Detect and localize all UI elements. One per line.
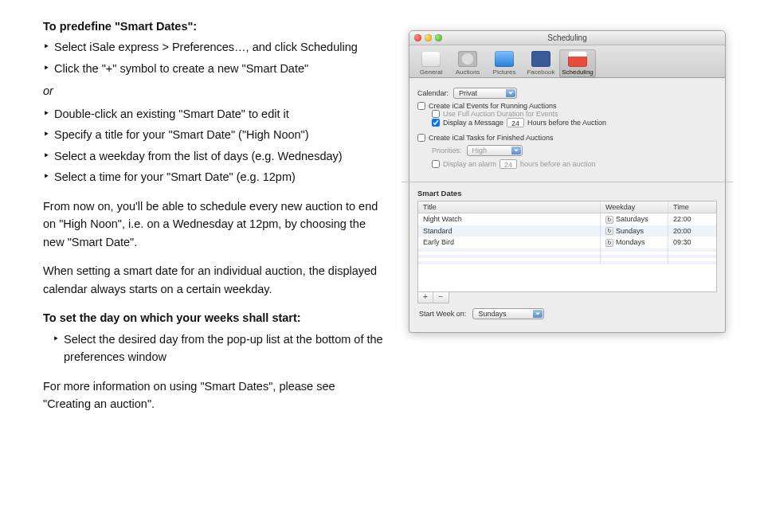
heading-predefine: To predefine "Smart Dates": (43, 18, 386, 35)
prefs-toolbar: General Auctions Pictures Facebook Sched… (409, 45, 725, 78)
tab-scheduling[interactable]: Scheduling (559, 49, 596, 77)
or-text: or (43, 82, 386, 100)
create-ical-events-checkbox[interactable]: Create iCal Events for Running Auctions (417, 102, 717, 110)
step: Double-click an existing "Smart Date" to… (43, 105, 386, 123)
step: Select a weekday from the list of days (… (43, 147, 386, 165)
minimize-button[interactable] (425, 34, 432, 41)
paragraph: For more information on using "Smart Dat… (43, 377, 386, 413)
table-row[interactable]: Early Bird ↻Mondays 09:30 (418, 237, 716, 248)
step: Specify a title for your "Smart Date" ("… (43, 126, 386, 143)
smart-dates-table: Title Weekday Time Night Watch ↻Saturday… (417, 201, 717, 292)
calendar-select[interactable]: Privat (453, 88, 517, 99)
add-button[interactable]: + (418, 292, 433, 303)
facebook-icon (531, 51, 550, 67)
display-message-checkbox[interactable]: Display a Message 24 Hours before the Au… (432, 118, 717, 127)
full-duration-checkbox[interactable]: Use Full Auction Duration for Events (432, 110, 717, 118)
repeat-icon: ↻ (605, 239, 613, 247)
repeat-icon: ↻ (605, 216, 613, 224)
priorities-select[interactable]: High (467, 145, 523, 156)
window-title: Scheduling (547, 33, 586, 42)
alarm-hours-input[interactable]: 24 (499, 159, 517, 169)
step: Select a time for your "Smart Date" (e.g… (43, 168, 386, 186)
start-week-select[interactable]: Sundays (472, 308, 544, 319)
step: Select the desired day from the pop-up l… (43, 331, 386, 366)
tab-pictures[interactable]: Pictures (486, 49, 523, 77)
scheduling-icon (568, 51, 587, 67)
auctions-icon (458, 51, 477, 67)
document-instructions: To predefine "Smart Dates": Select iSale… (43, 18, 386, 424)
pictures-icon (495, 51, 514, 67)
table-row[interactable] (418, 261, 716, 264)
titlebar: Scheduling (409, 31, 725, 45)
step: Click the "+" symbol to create a new "Sm… (43, 60, 386, 77)
close-button[interactable] (414, 34, 421, 41)
heading-startweek: To set the day on which your weeks shall… (43, 309, 386, 327)
general-icon (421, 51, 441, 67)
remove-button[interactable]: − (433, 292, 449, 303)
tab-facebook[interactable]: Facebook (523, 49, 559, 77)
table-row[interactable]: Night Watch ↻Saturdays 22:00 (418, 213, 716, 225)
tab-general[interactable]: General (413, 49, 449, 77)
col-title[interactable]: Title (418, 201, 601, 213)
col-weekday[interactable]: Weekday (601, 201, 668, 213)
start-week-label: Start Week on: (419, 310, 466, 318)
repeat-icon: ↻ (605, 227, 613, 235)
create-ical-tasks-checkbox[interactable]: Create iCal Tasks for Finished Auctions (417, 134, 717, 142)
preferences-window: Scheduling General Auctions Pictures Fac… (409, 30, 726, 333)
step: Select iSale express > Preferences…, and… (43, 38, 386, 56)
smart-dates-heading: Smart Dates (417, 189, 717, 198)
paragraph: From now on, you'll be able to schedule … (43, 198, 386, 251)
paragraph: When setting a smart date for an individ… (43, 262, 386, 298)
display-alarm-checkbox[interactable]: Display an alarm 24 hours before an auct… (432, 159, 717, 169)
calendar-label: Calendar: (417, 89, 449, 97)
hours-input[interactable]: 24 (507, 118, 524, 127)
zoom-button[interactable] (435, 34, 442, 41)
tab-auctions[interactable]: Auctions (449, 49, 486, 77)
table-row[interactable]: Standard ↻Sundays 20:00 (418, 225, 716, 237)
col-time[interactable]: Time (668, 201, 716, 213)
